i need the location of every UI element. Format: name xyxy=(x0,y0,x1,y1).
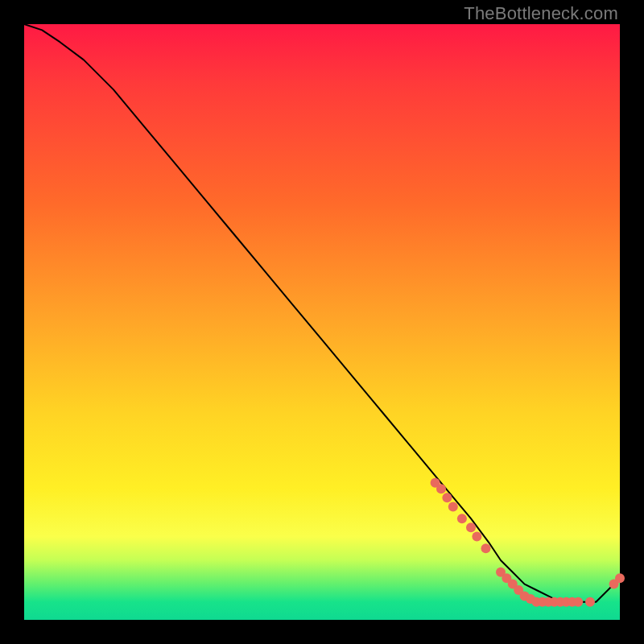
curve-markers xyxy=(431,478,625,607)
curve-marker xyxy=(585,597,595,607)
curve-marker xyxy=(436,484,446,493)
curve-marker xyxy=(448,502,458,511)
bottleneck-curve xyxy=(24,24,620,602)
chart-overlay-svg xyxy=(24,24,620,620)
plot-area xyxy=(24,24,620,620)
curve-marker xyxy=(481,543,491,553)
curve-marker xyxy=(457,514,467,523)
curve-marker xyxy=(466,522,476,532)
curve-marker xyxy=(472,531,481,541)
curve-marker xyxy=(442,493,452,502)
curve-marker xyxy=(615,573,625,583)
watermark-text: TheBottleneck.com xyxy=(464,3,618,24)
curve-marker xyxy=(573,597,583,607)
chart-stage: TheBottleneck.com xyxy=(0,0,644,644)
